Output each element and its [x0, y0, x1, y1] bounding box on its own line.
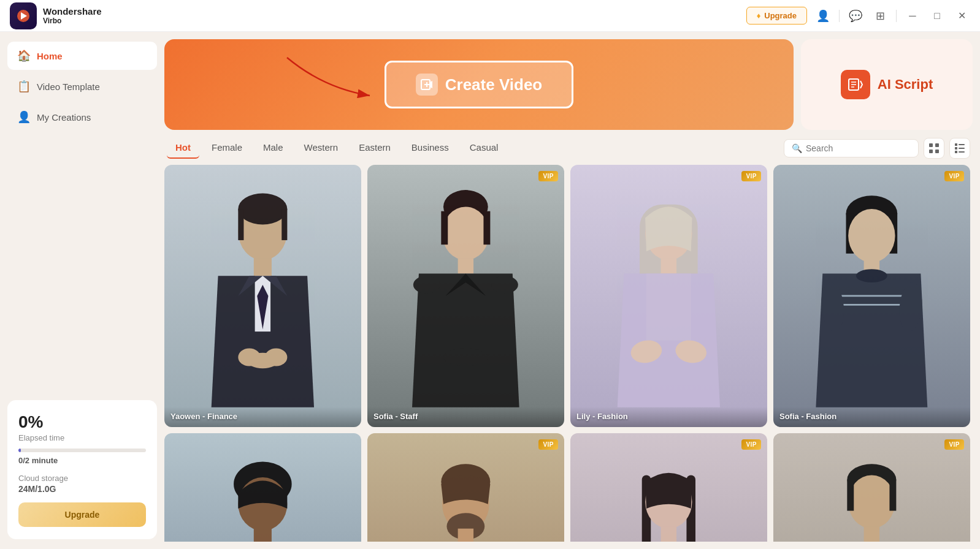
- sidebar-item-my-creations[interactable]: 👤 My Creations: [7, 103, 157, 131]
- avatar-card-row2c[interactable]: VIP: [570, 433, 767, 542]
- svg-rect-33: [441, 211, 448, 245]
- grid-view-button[interactable]: [924, 138, 944, 159]
- avatar-row2b-image: [367, 433, 564, 542]
- svg-rect-76: [661, 526, 676, 542]
- filter-tab-male[interactable]: Male: [255, 137, 292, 159]
- filter-tab-eastern[interactable]: Eastern: [350, 137, 399, 159]
- create-video-label: Create Video: [445, 75, 542, 94]
- avatar-card-row2d[interactable]: VIP: [773, 433, 970, 542]
- filter-tab-female[interactable]: Female: [203, 137, 251, 159]
- svg-rect-87: [864, 526, 879, 542]
- titlebar-divider-2: [896, 10, 897, 22]
- grid-icon[interactable]: ⊞: [871, 7, 889, 25]
- svg-point-39: [443, 348, 488, 366]
- app-title: Wondershare: [43, 6, 102, 17]
- svg-point-38: [491, 276, 518, 293]
- filter-tab-casual[interactable]: Casual: [461, 137, 507, 159]
- avatar-card-yaowen[interactable]: Yaowen - Finance: [164, 165, 361, 427]
- elapsed-label: Elapsed time: [18, 433, 146, 442]
- avatar-card-sofia2[interactable]: VIP: [773, 165, 970, 427]
- svg-rect-14: [955, 147, 957, 150]
- video-template-icon: 📋: [17, 80, 31, 93]
- progress-fill: [18, 449, 21, 452]
- storage-value: 24M/1.0G: [18, 484, 146, 494]
- filter-tab-western[interactable]: Western: [296, 137, 347, 159]
- list-view-button[interactable]: [949, 138, 970, 159]
- svg-point-83: [848, 475, 895, 528]
- avatar-lily-image: [570, 165, 767, 427]
- svg-rect-16: [959, 144, 965, 145]
- ai-script-panel[interactable]: AI Script: [801, 39, 973, 130]
- svg-rect-15: [955, 151, 957, 153]
- svg-rect-43: [646, 274, 691, 341]
- hero-banner: Create Video: [164, 39, 794, 130]
- avatar-lily-name: Lily - Fashion: [570, 407, 767, 427]
- svg-rect-42: [661, 258, 676, 273]
- svg-rect-18: [959, 151, 965, 153]
- maximize-button[interactable]: □: [928, 7, 946, 25]
- svg-rect-84: [847, 480, 854, 511]
- create-video-button[interactable]: Create Video: [385, 61, 573, 108]
- content-area: Create Video AI Script: [164, 32, 980, 549]
- app-subtitle: Virbo: [43, 17, 102, 25]
- svg-rect-9: [929, 143, 933, 147]
- sidebar: 🏠 Home 📋 Video Template 👤 My Creations 0…: [0, 32, 164, 549]
- svg-rect-12: [935, 150, 939, 153]
- elapsed-percent: 0%: [18, 412, 146, 432]
- upgrade-button[interactable]: ♦ Upgrade: [746, 7, 807, 25]
- sidebar-item-video-label: Video Template: [37, 81, 100, 92]
- svg-rect-67: [458, 529, 473, 542]
- diamond-icon: ♦: [757, 11, 761, 20]
- avatar-row2c-image: [570, 433, 767, 542]
- svg-rect-86: [890, 480, 897, 511]
- titlebar-right: ♦ Upgrade 👤 💬 ⊞ ─ □ ✕: [746, 7, 970, 25]
- svg-rect-23: [254, 258, 272, 276]
- avatar-sofia1-image: [367, 165, 564, 427]
- home-icon: 🏠: [17, 49, 31, 62]
- avatar-row2a-image: [164, 433, 361, 542]
- svg-rect-17: [959, 148, 965, 149]
- sidebar-stats-panel: 0% Elapsed time 0/2 minute Cloud storage…: [7, 400, 157, 539]
- close-button[interactable]: ✕: [953, 7, 970, 25]
- sidebar-upgrade-button[interactable]: Upgrade: [18, 502, 146, 527]
- svg-point-51: [856, 269, 887, 282]
- sidebar-item-home[interactable]: 🏠 Home: [7, 42, 157, 70]
- hero-main: Create Video: [179, 61, 779, 108]
- progress-bar: [18, 449, 146, 452]
- filter-row: Hot Female Male Western Eastern Business: [164, 137, 973, 159]
- upgrade-label: Upgrade: [764, 11, 797, 20]
- titlebar: Wondershare Virbo ♦ Upgrade 👤 💬 ⊞ ─ □ ✕: [0, 0, 980, 32]
- svg-rect-11: [929, 150, 933, 153]
- svg-rect-13: [955, 143, 957, 146]
- storage-label: Cloud storage: [18, 474, 146, 483]
- avatar-row2d-image: [773, 433, 970, 542]
- svg-point-37: [413, 276, 440, 293]
- svg-rect-21: [238, 209, 243, 240]
- svg-rect-10: [935, 143, 939, 147]
- avatar-card-sofia1[interactable]: VIP: [367, 165, 564, 427]
- svg-rect-34: [484, 211, 491, 245]
- my-creations-icon: 👤: [17, 110, 31, 124]
- avatar-card-row2b[interactable]: VIP: [367, 433, 564, 542]
- svg-point-32: [442, 206, 489, 260]
- filter-tab-business[interactable]: Business: [403, 137, 457, 159]
- logo-icon: [10, 2, 37, 29]
- ai-script-label: AI Script: [878, 77, 933, 93]
- filter-tab-hot[interactable]: Hot: [167, 137, 199, 159]
- svg-point-30: [247, 353, 278, 368]
- chat-icon[interactable]: 💬: [847, 7, 864, 25]
- search-input[interactable]: [806, 143, 911, 153]
- sidebar-item-home-label: Home: [37, 51, 63, 61]
- filter-tabs: Hot Female Male Western Eastern Business: [167, 137, 784, 159]
- avatar-yaowen-name: Yaowen - Finance: [164, 407, 361, 427]
- search-box[interactable]: 🔍: [784, 139, 919, 157]
- minimize-button[interactable]: ─: [904, 7, 921, 25]
- ai-script-icon: [841, 70, 870, 99]
- titlebar-divider: [839, 10, 840, 22]
- user-icon[interactable]: 👤: [814, 7, 832, 25]
- sidebar-item-video-template[interactable]: 📋 Video Template: [7, 72, 157, 100]
- avatar-card-row2a[interactable]: [164, 433, 361, 542]
- avatar-card-lily[interactable]: VIP: [570, 165, 767, 427]
- time-value: 0/2 minute: [18, 456, 146, 465]
- svg-point-20: [238, 194, 287, 225]
